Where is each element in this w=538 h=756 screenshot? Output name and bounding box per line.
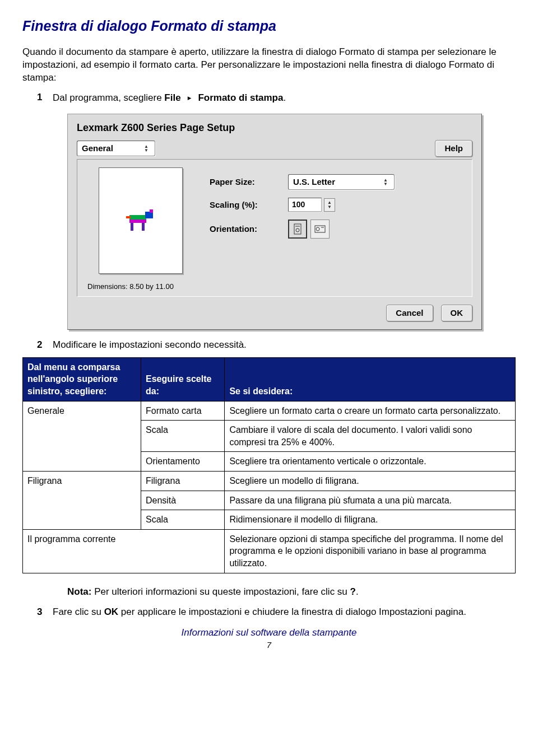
step-1-file: File [164,92,180,103]
paper-size-dropdown[interactable]: U.S. Letter ▲▼ [288,174,395,190]
step-1-cmd: Formato di stampa [198,92,283,103]
note-body: Per ulteriori informazioni su queste imp… [91,586,350,597]
table-row: Generale Formato carta Scegliere un form… [23,401,516,421]
svg-rect-5 [142,223,145,231]
orientation-label: Orientation: [210,223,288,235]
step-1-pre: Dal programma, scegliere [53,92,164,103]
landscape-icon [314,225,326,233]
cell-choice: Scala [141,421,224,452]
step-2-number: 2 [37,339,53,352]
page-preview [99,167,183,274]
note-label: Nota: [67,586,91,597]
step-2: 2 Modificare le impostazioni secondo nec… [22,339,516,352]
table-row: Il programma corrente Selezionare opzion… [23,529,516,573]
step-3: 3 Fare clic su OK per applicare le impos… [22,606,516,619]
cell-choice: Scala [141,510,224,530]
dialog-title: Lexmark Z600 Series Page Setup [77,121,472,134]
page-number: 7 [22,640,516,651]
dialog-screenshot: Lexmark Z600 Series Page Setup General ▲… [67,114,482,330]
settings-table: Dal menu a comparsa nell'angolo superior… [22,357,516,573]
cell-desc: Ridimensionare il modello di filigrana. [225,510,516,530]
cell-choice: Orientamento [141,452,224,472]
col-header-1: Dal menu a comparsa nell'angolo superior… [23,357,141,401]
step-3-pre: Fare clic su [53,606,104,617]
cell-menu-generale: Generale [23,401,141,471]
step-3-text: Fare clic su OK per applicare le imposta… [53,606,516,619]
dialog-panel: Dimensions: 8.50 by 11.00 Paper Size: U.… [77,159,472,297]
col-header-2: Eseguire scelte da: [141,357,224,401]
section-dropdown[interactable]: General ▲▼ [77,141,155,156]
ok-button[interactable]: OK [441,305,473,321]
cell-desc: Passare da una filigrana più sfumata a u… [225,491,516,510]
step-3-suffix: per applicare le impostazioni e chiudere… [118,606,466,617]
step-3-ok: OK [104,606,119,617]
section-dropdown-value: General [82,143,113,154]
updown-icon: ▲▼ [142,144,150,152]
cell-desc: Scegliere tra orientamento verticale o o… [225,452,516,472]
svg-rect-3 [150,209,153,213]
paper-size-label: Paper Size: [210,176,288,188]
page-setup-dialog: Lexmark Z600 Series Page Setup General ▲… [67,114,482,330]
step-3-number: 3 [37,606,53,619]
menu-arrow-icon: ▸ [181,92,198,103]
cancel-button[interactable]: Cancel [386,305,433,321]
cell-desc: Scegliere un modello di filigrana. [225,471,516,491]
table-row: Filigrana Filigrana Scegliere un modello… [23,471,516,491]
cell-choice: Densità [141,491,224,510]
help-button[interactable]: Help [435,140,472,157]
orientation-portrait-button[interactable] [288,220,307,239]
portrait-icon [294,223,302,235]
dimensions-text: Dimensions: 8.50 by 11.00 [87,282,194,292]
step-1: 1 Dal programma, scegliere File ▸ Format… [22,91,516,105]
cell-choice: Formato carta [141,401,224,421]
svg-point-9 [296,228,299,232]
cell-menu-current-program: Il programma corrente [23,529,225,573]
footer-title: Informazioni sul software della stampant… [22,627,516,640]
page-title: Finestra di dialogo Formato di stampa [22,17,516,36]
svg-rect-7 [294,224,301,234]
cell-desc: Scegliere un formato carta o creare un f… [225,401,516,421]
note-dot: . [356,586,359,597]
step-1-text: Dal programma, scegliere File ▸ Formato … [53,91,516,105]
intro-paragraph: Quando il documento da stampare è aperto… [22,46,516,85]
paper-size-value: U.S. Letter [293,176,335,188]
note-question-mark: ? [350,586,356,597]
updown-icon: ▲▼ [382,178,389,186]
scaling-input[interactable]: 100 [288,198,322,212]
svg-point-11 [316,227,319,231]
scaling-stepper[interactable]: ▲▼ [324,198,335,212]
step-1-number: 1 [37,91,53,105]
note-paragraph: Nota: Per ulteriori informazioni su ques… [67,586,516,599]
step-1-suffix: . [283,92,286,103]
svg-rect-4 [131,223,133,231]
cell-menu-filigrana: Filigrana [23,471,141,529]
step-2-text: Modificare le impostazioni secondo neces… [53,339,516,352]
svg-rect-10 [315,226,325,232]
cell-choice: Filigrana [141,471,224,491]
scaling-label: Scaling (%): [210,199,288,211]
svg-rect-1 [129,220,146,223]
orientation-landscape-button[interactable] [310,220,330,239]
cell-desc: Cambiare il valore di scala del document… [225,421,516,452]
svg-rect-6 [126,216,131,218]
col-header-3: Se si desidera: [225,357,516,401]
dog-icon [124,208,157,233]
cell-desc: Selezionare opzioni di stampa specifiche… [225,529,516,573]
